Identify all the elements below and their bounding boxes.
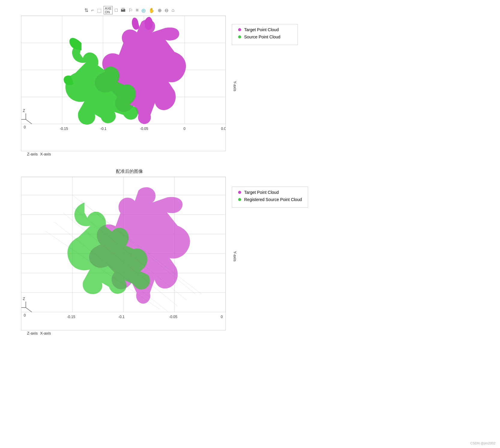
- plot1-frame: Z 0 0.05 0.1 0.15 -0.15 -0.1 -0.05 0 0.0…: [21, 16, 226, 151]
- svg-text:Z: Z: [23, 109, 25, 113]
- plot1-chart-container: Z 0 0.05 0.1 0.15 -0.15 -0.1 -0.05 0 0.0…: [21, 16, 226, 156]
- plot1-section: ⇅ ⌐ ⬚ AXEON □ 🏔 ⚐ ≡ ◎ ✋ ⊕ ⊖ ⌂: [21, 6, 497, 157]
- toolbar-icon-corner[interactable]: ⌐: [90, 7, 95, 14]
- svg-text:0: 0: [24, 125, 26, 129]
- svg-text:0: 0: [183, 127, 186, 131]
- plot2-legend-label-registered: Registered Source Point Cloud: [244, 197, 302, 202]
- toolbar-icon-box[interactable]: ⬚: [96, 7, 102, 14]
- toolbar-icon-hand[interactable]: ✋: [148, 7, 156, 14]
- svg-text:-0.05: -0.05: [140, 127, 148, 131]
- toolbar-icon-square[interactable]: □: [114, 7, 119, 14]
- plot2-section: 配准后的图像: [21, 169, 497, 336]
- toolbar-icon-zoom-out[interactable]: ⊖: [164, 7, 169, 14]
- plot2-chart-container: Z -0.02 0 0.02 0.04 0.06 0.08 0.1 0.12 -…: [21, 177, 226, 335]
- plot2-z-axis-label: Z-axis: [27, 331, 38, 335]
- plot1-x-axis-label: X-axis: [40, 152, 51, 156]
- svg-text:-0.15: -0.15: [67, 315, 75, 319]
- toolbar-icon-axe-on[interactable]: AXEON: [104, 6, 113, 14]
- plot1-legend-item-source: Source Point Cloud: [238, 35, 292, 39]
- plot1-legend-label-target: Target Point Cloud: [244, 27, 279, 32]
- svg-text:-0.1: -0.1: [118, 315, 125, 319]
- plot1-legend-dot-source: [238, 35, 241, 38]
- plot2-legend-item-registered: Registered Source Point Cloud: [238, 197, 302, 202]
- toolbar-icon-flag[interactable]: ⚐: [128, 7, 134, 14]
- svg-text:Z: Z: [23, 297, 25, 301]
- plot2-legend-dot-target: [238, 191, 241, 194]
- plot1-legend-item-target: Target Point Cloud: [238, 27, 292, 32]
- toolbar: ⇅ ⌐ ⬚ AXEON □ 🏔 ⚐ ≡ ◎ ✋ ⊕ ⊖ ⌂: [21, 6, 226, 14]
- toolbar-icon-mountain[interactable]: 🏔: [120, 7, 126, 14]
- plot2-title: 配准后的图像: [21, 169, 226, 174]
- svg-text:-0.05: -0.05: [169, 315, 177, 319]
- plot2-y-axis-label: Y-axis: [233, 251, 237, 261]
- svg-text:-0.1: -0.1: [100, 127, 107, 131]
- svg-text:-0.15: -0.15: [60, 127, 68, 131]
- page-container: ⇅ ⌐ ⬚ AXEON □ 🏔 ⚐ ≡ ◎ ✋ ⊕ ⊖ ⌂: [0, 0, 500, 448]
- toolbar-icon-zoom-in[interactable]: ⊕: [157, 7, 162, 14]
- plot2-axis-labels-bottom: Z-axis X-axis: [21, 331, 226, 335]
- plot2-legend-dot-registered: [238, 198, 241, 201]
- plot1-y-axis-label: Y-axis: [233, 81, 237, 91]
- plot2-svg: Z -0.02 0 0.02 0.04 0.06 0.08 0.1 0.12 -…: [21, 177, 226, 330]
- svg-text:0: 0: [24, 313, 26, 317]
- plot2-frame: Z -0.02 0 0.02 0.04 0.06 0.08 0.1 0.12 -…: [21, 177, 226, 330]
- plot1-z-axis-label: Z-axis: [27, 152, 38, 156]
- toolbar-icon-circle-target[interactable]: ◎: [141, 7, 147, 14]
- plot1-area: ⇅ ⌐ ⬚ AXEON □ 🏔 ⚐ ≡ ◎ ✋ ⊕ ⊖ ⌂: [21, 6, 226, 157]
- plot2-legend-item-target: Target Point Cloud: [238, 190, 302, 195]
- watermark: CSDN @jim2002: [470, 441, 495, 445]
- plot2-x-axis-label: X-axis: [40, 331, 51, 335]
- toolbar-icon-arrows-updown[interactable]: ⇅: [83, 7, 89, 14]
- plot1-svg: Z 0 0.05 0.1 0.15 -0.15 -0.1 -0.05 0 0.0…: [21, 16, 226, 151]
- toolbar-icon-home[interactable]: ⌂: [171, 7, 175, 14]
- plot1-axis-labels-bottom: Z-axis X-axis: [21, 152, 226, 156]
- plot1-legend-dot-target: [238, 28, 241, 31]
- plot1-legend: Target Point Cloud Source Point Cloud: [232, 24, 298, 45]
- svg-text:0: 0: [221, 315, 223, 319]
- plot2-legend-label-target: Target Point Cloud: [244, 190, 279, 195]
- plot1-legend-label-source: Source Point Cloud: [244, 35, 280, 39]
- plot2-legend: Target Point Cloud Registered Source Poi…: [232, 187, 308, 208]
- toolbar-icon-list[interactable]: ≡: [135, 7, 139, 14]
- svg-text:0.05: 0.05: [221, 127, 226, 131]
- plot2-area: 配准后的图像: [21, 169, 226, 336]
